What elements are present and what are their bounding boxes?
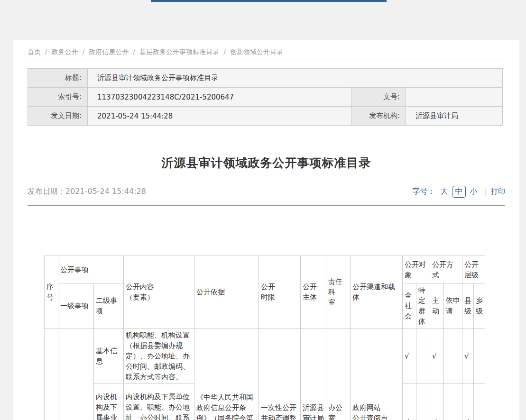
check-township-level: [474, 384, 485, 420]
info-row-title: 标题: 沂源县审计领域政务公开事项标准目录: [28, 69, 503, 88]
check-on-request: [444, 384, 462, 420]
check-all-society: √: [403, 384, 416, 420]
header-item: 公开事项: [58, 256, 124, 283]
header-basis: 公开依据: [194, 256, 259, 329]
breadcrumb-jiceng[interactable]: 基层政务公开事项标准目录: [139, 48, 219, 55]
check-on-request: [444, 329, 462, 384]
header-seq: 序 号: [45, 256, 58, 329]
info-row-date: 发文日期: 2021-05-24 15:44:28 发布机构: 沂源县审计局: [28, 107, 503, 126]
cell-level2-item: 基本信息: [94, 329, 124, 384]
cell-seq: [45, 329, 58, 420]
header-on-request: 依申 请: [444, 283, 462, 329]
title-label: 标题:: [28, 69, 88, 88]
breadcrumb-zhengwu[interactable]: 政务公开: [52, 48, 78, 55]
breadcrumb-separator: /: [45, 48, 47, 55]
header-level2-item: 二级事 项: [94, 283, 124, 329]
breadcrumb-xinxi[interactable]: 政府信息公开: [89, 48, 129, 55]
header-channel: 公开渠道和载 体: [351, 256, 403, 329]
page-title: 沂源县审计领域政务公开事项标准目录: [28, 155, 505, 171]
catalog-data-row-1: 基本信息 机构职能、机构设置（根据县委编办规定）、办公地址、办公时间、邮政编码、…: [45, 329, 485, 384]
catalog-header-row-1: 序 号 公开事项 公开内容 （要素） 公开依据 公开 时限 公开 主体 责任科 …: [45, 256, 485, 283]
font-size-large-button[interactable]: 大: [438, 186, 451, 197]
meta-separator: |: [485, 187, 487, 196]
breadcrumb-chuangxin[interactable]: 创新领域公开目录: [230, 48, 283, 55]
header-county-level: 县 级: [462, 283, 474, 329]
check-specific-group: [416, 329, 430, 384]
header-time-limit: 公开 时限: [259, 256, 301, 329]
cell-channel: 政府网站 公开查阅点: [351, 329, 403, 420]
title-value: 沂源县审计领域政务公开事项标准目录: [88, 69, 503, 88]
check-proactive: √: [430, 329, 444, 384]
breadcrumb-separator: /: [223, 48, 226, 55]
header-subject: 公开 主体: [301, 256, 326, 329]
index-label: 索引号:: [28, 88, 88, 107]
header-level1-item: 一级事项: [58, 283, 94, 329]
article-divider: [28, 205, 505, 206]
font-size-controls: 字号： 大 中 小 | 打印: [413, 186, 505, 198]
header-township-level: 乡 级: [474, 283, 485, 329]
print-button[interactable]: 打印: [491, 187, 505, 196]
cell-subject: 沂源县审计局: [301, 329, 326, 420]
pubdate-value: 2021-05-24 15:44:28: [88, 107, 351, 126]
catalog-table: 序 号 公开事项 公开内容 （要素） 公开依据 公开 时限 公开 主体 责任科 …: [44, 256, 485, 420]
breadcrumb-divider: [28, 61, 505, 61]
breadcrumb-home[interactable]: 首页: [28, 48, 41, 55]
publish-date-label: 发布日期：: [28, 187, 65, 196]
publish-date: 发布日期：2021-05-24 15:44:28: [28, 187, 146, 197]
header-proactive: 主 动: [430, 283, 444, 329]
cell-content: 内设机构及下属单位设置、职能、办公地址、办公时间、联系方式、负责人姓名等: [124, 384, 194, 420]
cell-level2-item: 内设机构及下属事业单位: [94, 384, 124, 420]
docnum-label: 文号:: [351, 88, 406, 107]
header-audience: 公开对 象: [403, 256, 430, 283]
agency-label: 发布机构:: [351, 107, 406, 126]
check-county-level: √: [462, 329, 474, 384]
docnum-value: [406, 88, 503, 107]
publish-date-value: 2021-05-24 15:44:28: [65, 187, 146, 196]
cell-content: 机构职能、机构设置（根据县委编办规定）、办公地址、办公时间、邮政编码、联系方式等…: [124, 329, 194, 384]
header-department: 责任科 室: [326, 256, 351, 329]
font-size-label: 字号：: [413, 187, 435, 197]
document-info-table: 标题: 沂源县审计领域政务公开事项标准目录 索引号: 1137032300422…: [28, 68, 503, 126]
check-township-level: [474, 329, 485, 384]
article-meta: 发布日期：2021-05-24 15:44:28 字号： 大 中 小 | 打印: [28, 186, 505, 198]
check-proactive: √: [430, 384, 444, 420]
font-size-small-button[interactable]: 小: [468, 186, 480, 197]
breadcrumb-separator: /: [83, 48, 85, 55]
breadcrumb: 首页/政务公开/政府信息公开/基层政务公开事项标准目录/创新领域公开目录: [28, 40, 505, 56]
page-content: 首页/政务公开/政府信息公开/基层政务公开事项标准目录/创新领域公开目录 标题:…: [13, 40, 519, 420]
cell-basis: 《中华人民共和国政府信息公开条例》（国务院令第711号）: [194, 329, 259, 420]
agency-value: 沂源县审计局: [406, 107, 503, 126]
header-method: 公开方式: [430, 256, 462, 283]
index-value: 11370323004223148C/2021-5200647: [88, 88, 351, 107]
check-county-level: √: [462, 384, 474, 420]
breadcrumb-separator: /: [133, 48, 135, 55]
cell-department: 办公室: [326, 329, 351, 420]
cell-level1-item: [58, 329, 94, 420]
info-row-index: 索引号: 11370323004223148C/2021-5200647 文号:: [28, 88, 503, 107]
cell-time-limit: 一次性公开并动态调整: [259, 329, 301, 420]
check-all-society: √: [403, 329, 416, 384]
font-size-medium-button[interactable]: 中: [452, 186, 466, 198]
header-specific-group: 特定群体: [416, 283, 430, 329]
check-specific-group: [416, 384, 430, 420]
nav-active-indicator: [151, 0, 387, 2]
header-level: 公开 层级: [462, 256, 485, 283]
pubdate-label: 发文日期:: [28, 107, 88, 126]
header-all-society: 全社 会: [403, 283, 416, 329]
header-content: 公开内容 （要素）: [124, 256, 194, 329]
